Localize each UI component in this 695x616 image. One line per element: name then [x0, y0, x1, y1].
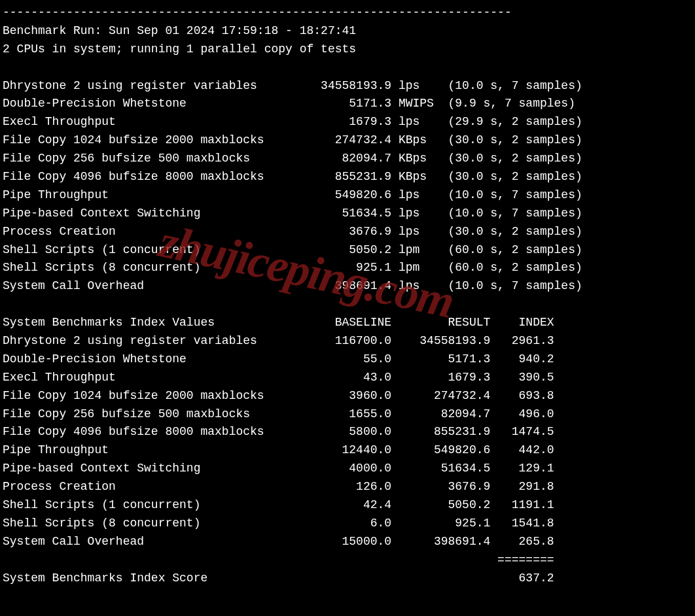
index-row: Execl Throughput 43.0 1679.3 390.5 — [3, 369, 692, 387]
index-row: File Copy 4096 bufsize 8000 maxblocks 58… — [3, 423, 692, 441]
index-row: Pipe Throughput 12440.0 549820.6 442.0 — [3, 441, 692, 460]
index-score-row: System Benchmarks Index Score 637.2 — [3, 570, 692, 588]
result-row: System Call Overhead 398691.4 lps (10.0 … — [3, 277, 692, 296]
result-row: Shell Scripts (1 concurrent) 5050.2 lpm … — [3, 241, 692, 260]
index-row: Dhrystone 2 using register variables 116… — [3, 332, 692, 351]
index-row: System Call Overhead 15000.0 398691.4 26… — [3, 533, 692, 551]
terminal-output: ----------------------------------------… — [3, 4, 692, 588]
benchmark-run-line: Benchmark Run: Sun Sep 01 2024 17:59:18 … — [3, 22, 692, 41]
index-row: Shell Scripts (1 concurrent) 42.4 5050.2… — [3, 496, 692, 515]
result-row: Double-Precision Whetstone 5171.3 MWIPS … — [3, 95, 692, 113]
result-row: Dhrystone 2 using register variables 345… — [3, 77, 692, 95]
index-row: File Copy 256 bufsize 500 maxblocks 1655… — [3, 405, 692, 424]
result-row: Execl Throughput 1679.3 lps (29.9 s, 2 s… — [3, 113, 692, 131]
index-row: Process Creation 126.0 3676.9 291.8 — [3, 478, 692, 496]
result-row: File Copy 1024 bufsize 2000 maxblocks 27… — [3, 131, 692, 150]
separator-line: ----------------------------------------… — [3, 4, 692, 22]
result-row: Pipe-based Context Switching 51634.5 lps… — [3, 205, 692, 223]
index-row: Shell Scripts (8 concurrent) 6.0 925.1 1… — [3, 515, 692, 533]
result-row: Process Creation 3676.9 lps (30.0 s, 2 s… — [3, 223, 692, 241]
index-header-row: System Benchmarks Index Values BASELINE … — [3, 314, 692, 332]
result-row: Shell Scripts (8 concurrent) 925.1 lpm (… — [3, 259, 692, 277]
index-row: File Copy 1024 bufsize 2000 maxblocks 39… — [3, 387, 692, 405]
result-row: File Copy 4096 bufsize 8000 maxblocks 85… — [3, 168, 692, 186]
index-row: Pipe-based Context Switching 4000.0 5163… — [3, 460, 692, 478]
cpu-info-line: 2 CPUs in system; running 1 parallel cop… — [3, 41, 692, 59]
result-row: Pipe Throughput 549820.6 lps (10.0 s, 7 … — [3, 186, 692, 205]
score-separator: ======== — [3, 551, 692, 570]
result-row: File Copy 256 bufsize 500 maxblocks 8209… — [3, 150, 692, 168]
index-row: Double-Precision Whetstone 55.0 5171.3 9… — [3, 351, 692, 369]
